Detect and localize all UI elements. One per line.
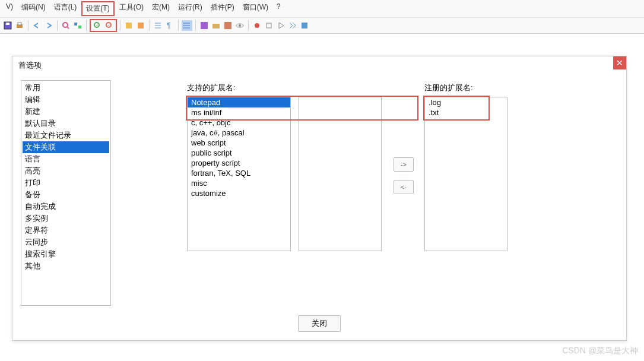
indent-icon[interactable] bbox=[153, 20, 163, 31]
watermark: CSDN @菜鸟是大神 bbox=[562, 346, 638, 356]
category-item[interactable]: 定界符 bbox=[23, 224, 109, 236]
category-item[interactable]: 其他 bbox=[23, 260, 109, 272]
svg-rect-30 bbox=[267, 23, 271, 28]
category-item[interactable]: 文件关联 bbox=[23, 141, 109, 153]
save-macro-icon[interactable] bbox=[299, 20, 310, 31]
preferences-dialog: 首选项 ✕ 常用编辑新建默认目录最近文件记录文件关联语言高亮打印备份自动完成多实… bbox=[12, 56, 627, 341]
svg-rect-12 bbox=[126, 23, 132, 28]
list-icon[interactable] bbox=[182, 20, 192, 31]
category-item[interactable]: 自动完成 bbox=[23, 201, 109, 213]
doc-map-icon[interactable] bbox=[223, 20, 233, 31]
list-item[interactable]: java, c#, pascal bbox=[188, 128, 290, 138]
svg-rect-3 bbox=[18, 23, 21, 25]
separator bbox=[57, 20, 58, 31]
svg-rect-24 bbox=[201, 22, 208, 29]
undo-icon[interactable] bbox=[31, 20, 42, 31]
list-item[interactable]: customize bbox=[188, 188, 290, 198]
move-left-button[interactable]: <- bbox=[394, 180, 414, 194]
category-item[interactable]: 语言 bbox=[23, 153, 109, 165]
svg-rect-13 bbox=[138, 23, 144, 28]
list-item[interactable]: Notepad bbox=[188, 97, 290, 107]
close-icon[interactable]: ✕ bbox=[613, 56, 626, 69]
category-item[interactable]: 搜索引擎 bbox=[23, 248, 109, 260]
move-right-button[interactable]: -> bbox=[394, 157, 414, 172]
menu-item-language[interactable]: 语言(L) bbox=[50, 1, 81, 16]
folder-icon[interactable] bbox=[211, 20, 221, 31]
list-item[interactable]: c, c++, objc bbox=[188, 118, 290, 128]
svg-point-21 bbox=[183, 23, 185, 24]
svg-point-4 bbox=[63, 23, 68, 27]
svg-text:−: − bbox=[107, 23, 110, 28]
menu-item-run[interactable]: 运行(R) bbox=[175, 1, 206, 16]
category-item[interactable]: 备份 bbox=[23, 189, 109, 201]
list-item[interactable]: misc bbox=[188, 178, 290, 188]
stop-icon[interactable] bbox=[264, 20, 274, 31]
category-list[interactable]: 常用编辑新建默认目录最近文件记录文件关联语言高亮打印备份自动完成多实例定界符云同… bbox=[21, 80, 111, 306]
middle-extensions-list[interactable] bbox=[299, 97, 382, 251]
menu-item-tools[interactable]: 工具(O) bbox=[116, 1, 147, 16]
svg-point-29 bbox=[255, 23, 259, 28]
list-item[interactable]: fortran, TeX, SQL bbox=[188, 168, 290, 178]
toolbar: + − ¶ bbox=[0, 18, 644, 34]
zoom-out-icon[interactable]: − bbox=[104, 20, 115, 31]
file-association-panel: 支持的扩展名: 注册的扩展名: Notepadms ini/infc, c++,… bbox=[122, 80, 618, 312]
list-item[interactable]: ms ini/inf bbox=[188, 107, 290, 118]
category-item[interactable]: 打印 bbox=[23, 177, 109, 189]
svg-text:+: + bbox=[96, 23, 99, 28]
separator bbox=[248, 20, 249, 31]
menu-item-window[interactable]: 窗口(W) bbox=[239, 1, 272, 16]
print-icon[interactable] bbox=[14, 20, 25, 31]
svg-rect-6 bbox=[74, 23, 77, 26]
replace-icon[interactable] bbox=[72, 20, 83, 31]
menu-item-encoding[interactable]: 编码(N) bbox=[18, 1, 49, 16]
close-button[interactable]: 关闭 bbox=[298, 315, 341, 332]
zoom-group-highlight: + − bbox=[90, 19, 117, 32]
category-item[interactable]: 云同步 bbox=[23, 236, 109, 248]
menu-item-settings[interactable]: 设置(T) bbox=[81, 1, 114, 16]
supported-extensions-list[interactable]: Notepadms ini/infc, c++, objcjava, c#, p… bbox=[187, 97, 291, 251]
list-item[interactable]: public script bbox=[188, 148, 290, 158]
play-icon[interactable] bbox=[275, 20, 286, 31]
menu-item-help[interactable]: ? bbox=[273, 1, 284, 16]
save-icon[interactable] bbox=[2, 20, 13, 31]
svg-rect-26 bbox=[224, 22, 231, 29]
list-item[interactable]: web script bbox=[188, 138, 290, 148]
svg-line-5 bbox=[67, 27, 69, 28]
zoom-in-icon[interactable]: + bbox=[92, 20, 103, 31]
menu-item-v[interactable]: V) bbox=[2, 1, 17, 16]
category-item[interactable]: 常用 bbox=[23, 82, 109, 94]
category-item[interactable]: 高亮 bbox=[23, 165, 109, 177]
svg-point-23 bbox=[183, 27, 185, 28]
registered-label: 注册的扩展名: bbox=[424, 83, 473, 93]
category-item[interactable]: 最近文件记录 bbox=[23, 129, 109, 141]
separator bbox=[149, 20, 150, 31]
record-icon[interactable] bbox=[252, 20, 262, 31]
wrap-icon[interactable] bbox=[135, 20, 146, 31]
dialog-title: 首选项 ✕ bbox=[12, 56, 626, 74]
menu-item-macro[interactable]: 宏(M) bbox=[148, 1, 173, 16]
svg-rect-7 bbox=[78, 26, 81, 28]
category-item[interactable]: 默认目录 bbox=[23, 118, 109, 129]
category-item[interactable]: 新建 bbox=[23, 106, 109, 118]
fast-forward-icon[interactable] bbox=[287, 20, 298, 31]
list-item[interactable]: property script bbox=[188, 158, 290, 168]
paragraph-icon[interactable]: ¶ bbox=[164, 20, 175, 31]
separator bbox=[120, 20, 120, 31]
list-item[interactable]: .log bbox=[425, 97, 507, 107]
dialog-body: 常用编辑新建默认目录最近文件记录文件关联语言高亮打印备份自动完成多实例定界符云同… bbox=[12, 74, 626, 318]
supported-label: 支持的扩展名: bbox=[187, 83, 236, 93]
category-item[interactable]: 多实例 bbox=[23, 213, 109, 224]
eye-icon[interactable] bbox=[234, 20, 245, 31]
svg-rect-25 bbox=[212, 24, 220, 28]
function-icon[interactable] bbox=[199, 20, 210, 31]
category-item[interactable]: 编辑 bbox=[23, 94, 109, 106]
separator bbox=[28, 20, 28, 31]
find-icon[interactable] bbox=[61, 20, 71, 31]
list-item[interactable]: .txt bbox=[425, 107, 507, 118]
separator bbox=[178, 20, 179, 31]
sync-icon[interactable] bbox=[123, 20, 134, 31]
redo-icon[interactable] bbox=[43, 20, 54, 31]
registered-extensions-list[interactable]: .log.txt bbox=[424, 97, 507, 251]
menu-item-plugins[interactable]: 插件(P) bbox=[207, 1, 238, 16]
svg-point-28 bbox=[239, 24, 241, 27]
